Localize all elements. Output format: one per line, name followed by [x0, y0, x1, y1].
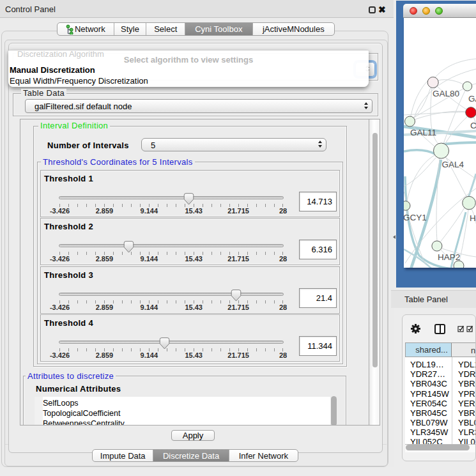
svg-text:GCY1: GCY1: [404, 213, 427, 222]
svg-text:C: C: [470, 121, 476, 130]
svg-text:GA: GA: [468, 94, 476, 104]
svg-text:HAP2: HAP2: [438, 252, 460, 262]
svg-text:GAL80: GAL80: [433, 89, 459, 98]
svg-text:GAL4: GAL4: [442, 160, 464, 169]
svg-text:GAL11: GAL11: [410, 128, 436, 137]
svg-text:H: H: [470, 213, 476, 223]
